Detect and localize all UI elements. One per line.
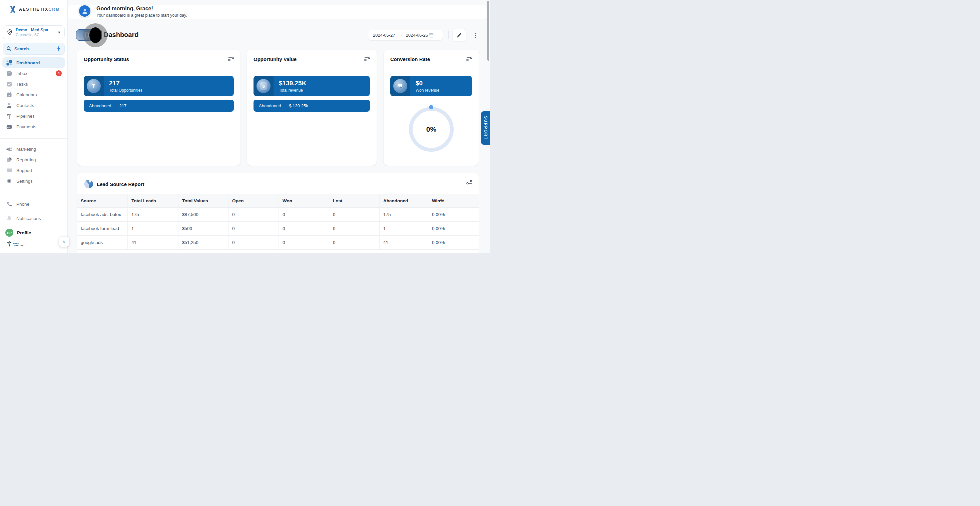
sidebar-item-contacts[interactable]: Contacts bbox=[2, 100, 65, 111]
sidebar-nav-bottom: Phone Notifications GP Profile bbox=[0, 199, 67, 242]
settings-gear-icon bbox=[6, 178, 12, 184]
sidebar-item-payments[interactable]: Payments bbox=[2, 121, 65, 132]
sidebar-item-label: Dashboard bbox=[16, 60, 40, 65]
sidebar-item-inbox[interactable]: Inbox 4 bbox=[2, 68, 65, 79]
sliders-filter-icon[interactable] bbox=[228, 56, 234, 63]
sidebar-item-label: Tasks bbox=[16, 82, 28, 87]
banner-icon-block: $ bbox=[253, 76, 274, 96]
brand-suffix: CRM bbox=[48, 7, 60, 12]
card-title: Opportunity Value bbox=[253, 56, 296, 62]
megaphone-icon bbox=[6, 146, 12, 152]
conversion-rate-donut: 0% bbox=[409, 107, 453, 152]
cell-lost: 0 bbox=[329, 208, 379, 222]
total-opportunities-label: Total Opportunities bbox=[109, 88, 142, 93]
column-header: Source bbox=[77, 194, 127, 208]
opportunity-status-card: Opportunity Status 217 Total bbox=[77, 50, 240, 166]
sidebar-item-label: Profile bbox=[17, 230, 31, 235]
sidebar-item-reporting[interactable]: Reporting bbox=[2, 154, 65, 165]
lead-source-report-card: Lead Source Report Source Total Leads To… bbox=[77, 173, 479, 253]
support-tab[interactable]: SUPPORT bbox=[481, 111, 490, 145]
cell-win-pct: 0.00% bbox=[428, 222, 479, 236]
cell-source: facebook form lead bbox=[77, 222, 127, 236]
user-avatar[interactable] bbox=[78, 4, 91, 17]
conversion-rate-percent: 0% bbox=[426, 125, 436, 133]
sidebar-item-phone[interactable]: Phone bbox=[2, 199, 65, 209]
sidebar-item-label: Notifications bbox=[16, 216, 41, 221]
chevron-left-icon: ‹ bbox=[63, 239, 65, 245]
pie-chart-icon bbox=[6, 157, 12, 163]
column-header: Win% bbox=[428, 194, 479, 208]
sidebar-item-label: Marketing bbox=[16, 147, 36, 152]
cell-lost: 0 bbox=[329, 222, 379, 236]
status-row-value: $ 139.25k bbox=[289, 103, 308, 108]
caduceus-icon bbox=[7, 241, 12, 247]
sidebar-item-settings[interactable]: Settings bbox=[2, 176, 65, 186]
total-opportunities-banner: 217 Total Opportunities bbox=[84, 76, 234, 96]
sidebar-item-profile[interactable]: GP Profile bbox=[2, 227, 65, 238]
app-window: AESTHETIXCRM Demo - Med Spa Greenville, … bbox=[0, 0, 490, 253]
cell-won: 0 bbox=[278, 236, 329, 250]
chevron-down-icon: ▼ bbox=[57, 30, 61, 34]
chevron-down-icon bbox=[92, 34, 95, 36]
edit-dashboard-button[interactable] bbox=[452, 29, 466, 42]
funnel-icon bbox=[91, 83, 96, 89]
pencil-icon bbox=[457, 33, 462, 38]
sliders-filter-icon[interactable] bbox=[466, 180, 473, 186]
status-row-label: Abandoned bbox=[89, 103, 111, 108]
sidebar: AESTHETIXCRM Demo - Med Spa Greenville, … bbox=[0, 0, 68, 253]
sidebar-nav-main: Dashboard Inbox 4 bbox=[0, 57, 67, 132]
conversion-rate-card: Conversion Rate bbox=[383, 50, 479, 166]
sidebar-item-calendars[interactable]: Calendars bbox=[2, 89, 65, 100]
cell-open: 0 bbox=[228, 236, 278, 250]
sidebar-nav-tools: Marketing Reporting Supp bbox=[0, 144, 67, 186]
cell-total-leads: 175 bbox=[127, 208, 178, 222]
cell-open: 0 bbox=[228, 222, 278, 236]
total-revenue-banner: $ $139.25K Total revenue bbox=[253, 76, 370, 96]
won-revenue-value: $0 bbox=[415, 80, 439, 87]
banner-icon-block bbox=[390, 76, 410, 96]
scrollbar-thumb[interactable] bbox=[487, 1, 489, 61]
sidebar-item-tasks[interactable]: Tasks bbox=[2, 79, 65, 89]
contact-person-icon bbox=[6, 102, 12, 108]
total-opportunities-value: 217 bbox=[109, 80, 142, 87]
greeting-title: Good morning, Grace! bbox=[96, 6, 153, 12]
card-title: Opportunity Status bbox=[84, 56, 129, 62]
search-input[interactable]: Search bbox=[3, 43, 65, 55]
inbox-badge: 4 bbox=[56, 70, 62, 76]
sidebar-item-label: Settings bbox=[16, 179, 33, 184]
sliders-filter-icon[interactable] bbox=[364, 56, 371, 63]
dashboard-grid-icon bbox=[6, 60, 12, 66]
sidebar-divider bbox=[0, 138, 67, 139]
date-range-picker[interactable]: 2024-05-27 → 2024-06-26 bbox=[368, 30, 443, 40]
location-name: Demo - Med Spa bbox=[16, 28, 57, 33]
won-revenue-label: Won revenue bbox=[415, 88, 439, 93]
abandoned-value-row[interactable]: Abandoned $ 139.25k bbox=[253, 100, 370, 112]
table-row: google ads 41 $51,250 0 0 0 41 0.00% bbox=[77, 236, 479, 250]
sidebar-item-label: Contacts bbox=[16, 103, 34, 108]
cell-total-leads: 1 bbox=[127, 222, 178, 236]
table-row: facebook form lead 1 $500 0 0 0 1 0.00% bbox=[77, 222, 479, 236]
location-selector[interactable]: Demo - Med Spa Greenville, SC ▼ bbox=[3, 25, 65, 39]
sidebar-item-dashboard[interactable]: Dashboard bbox=[2, 57, 65, 68]
donut-progress-dot bbox=[429, 105, 433, 109]
sidebar-collapse-button[interactable]: ‹ bbox=[59, 237, 69, 247]
quick-actions-bolt-icon[interactable] bbox=[54, 46, 61, 52]
app-logo[interactable]: AESTHETIXCRM bbox=[9, 5, 60, 13]
sidebar-item-pipelines[interactable]: Pipelines bbox=[2, 111, 65, 121]
sidebar-item-label: Inbox bbox=[16, 71, 27, 76]
sidebar-item-notifications[interactable]: Notifications bbox=[2, 213, 65, 224]
sidebar-item-support[interactable]: Support bbox=[2, 165, 65, 176]
sliders-filter-icon[interactable] bbox=[466, 56, 473, 63]
calendar-icon bbox=[429, 33, 434, 38]
main-content: Good morning, Grace! Your dashboard is a… bbox=[67, 0, 490, 253]
total-revenue-value: $139.25K bbox=[279, 80, 306, 87]
inbox-icon bbox=[6, 70, 12, 76]
total-revenue-label: Total revenue bbox=[279, 88, 306, 93]
more-options-button[interactable]: ⋮ bbox=[472, 30, 479, 40]
abandoned-status-row[interactable]: Abandoned 217 bbox=[84, 100, 234, 112]
sidebar-item-label: Payments bbox=[16, 124, 37, 129]
date-end: 2024-06-26 bbox=[406, 33, 428, 38]
dashboard-selector-button[interactable] bbox=[76, 29, 102, 41]
credit-card-icon bbox=[6, 124, 12, 130]
sidebar-item-marketing[interactable]: Marketing bbox=[2, 144, 65, 154]
